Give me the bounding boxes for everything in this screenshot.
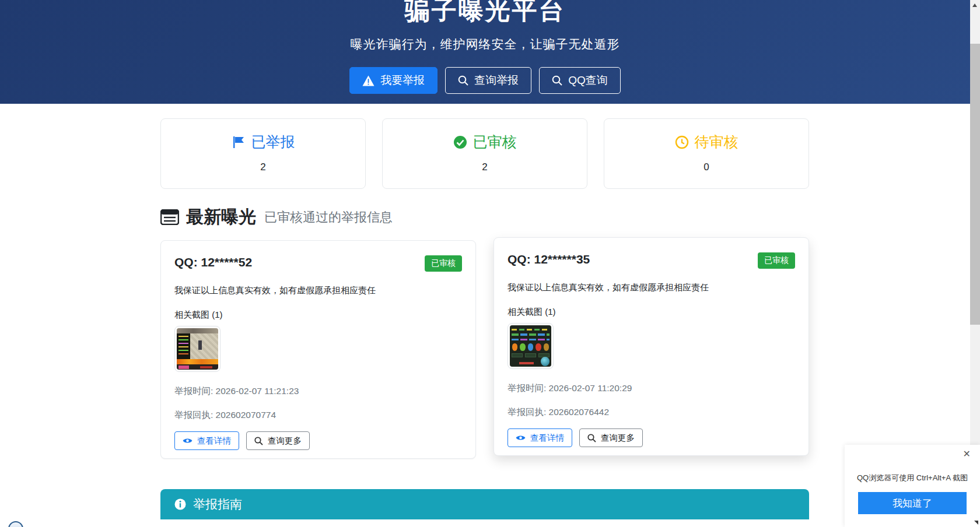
search-icon [458, 75, 468, 86]
report-screenshot-thumbnail[interactable] [508, 323, 554, 369]
report-qq-number: QQ: 12******35 [508, 252, 590, 266]
view-detail-label: 查看详情 [197, 435, 231, 447]
cursor-artifact [974, 521, 978, 525]
report-guide-header: 举报指南 [160, 489, 809, 519]
query-report-button[interactable]: 查询举报 [445, 67, 531, 94]
flag-icon [232, 135, 246, 149]
game-ui-screenshot [510, 325, 551, 367]
latest-section-subtitle: 已审核通过的举报信息 [264, 209, 393, 226]
stat-card-pending: 待审核 0 [604, 118, 809, 189]
warning-triangle-icon [362, 75, 374, 86]
view-detail-button[interactable]: 查看详情 [508, 428, 572, 447]
report-button[interactable]: 我要举报 [349, 67, 438, 94]
eye-icon [516, 434, 526, 441]
qq-query-button[interactable]: QQ查询 [539, 67, 621, 94]
report-guide-title: 举报指南 [193, 496, 242, 512]
floating-widget[interactable] [8, 521, 23, 527]
toast-message: QQ浏览器可使用 Ctrl+Alt+A 截图 [845, 473, 980, 483]
report-statement: 我保证以上信息真实有效，如有虚假愿承担相应责任 [508, 282, 795, 293]
screenshots-label: 相关截图 (1) [174, 310, 462, 321]
report-time: 举报时间: 2026-02-07 11:20:29 [508, 382, 795, 395]
game-screenshot [177, 328, 218, 370]
qq-query-button-label: QQ查询 [568, 73, 608, 88]
report-statement: 我保证以上信息真实有效，如有虚假愿承担相应责任 [174, 285, 462, 296]
list-icon [160, 209, 179, 225]
status-badge: 已审核 [758, 252, 795, 269]
scammer-exposure-page: 骗子曝光平台 曝光诈骗行为，维护网络安全，让骗子无处遁形 我要举报 查询举报 Q… [0, 0, 980, 527]
eye-icon [183, 437, 192, 444]
report-receipt: 举报回执: 202602076442 [508, 406, 795, 419]
scrollbar-thumb[interactable] [970, 44, 980, 325]
browser-screenshot-toast: ✕ QQ浏览器可使用 Ctrl+Alt+A 截图 我知道了 [845, 445, 980, 527]
query-more-button[interactable]: 查询更多 [579, 428, 643, 447]
report-qq-number: QQ: 12*****52 [174, 255, 252, 269]
search-icon [587, 434, 596, 442]
query-more-button[interactable]: 查询更多 [246, 431, 310, 450]
info-icon [174, 498, 186, 510]
clock-icon [675, 135, 689, 149]
report-card: QQ: 12*****52 已审核 我保证以上信息真实有效，如有虚假愿承担相应责… [160, 240, 476, 459]
report-screenshot-thumbnail[interactable] [174, 326, 220, 372]
stat-label: 已审核 [473, 132, 517, 152]
stat-label: 待审核 [695, 132, 738, 152]
stats-row: 已举报 2 已审核 2 待审核 0 [160, 118, 809, 189]
check-circle-icon [453, 135, 467, 149]
stat-value: 0 [604, 161, 808, 173]
search-icon [254, 437, 263, 445]
search-icon [552, 75, 562, 86]
hero-buttons: 我要举报 查询举报 QQ查询 [0, 67, 970, 94]
scroll-up-arrow-icon[interactable] [972, 3, 977, 7]
stat-label: 已举报 [251, 132, 295, 152]
view-detail-label: 查看详情 [530, 433, 564, 444]
query-report-button-label: 查询举报 [474, 73, 519, 88]
page-title: 骗子曝光平台 [0, 0, 970, 27]
hero-header: 骗子曝光平台 曝光诈骗行为，维护网络安全，让骗子无处遁形 我要举报 查询举报 Q… [0, 0, 970, 104]
close-icon[interactable]: ✕ [963, 449, 971, 459]
stat-card-reported: 已举报 2 [160, 118, 366, 189]
stat-value: 2 [161, 161, 365, 173]
query-more-label: 查询更多 [601, 433, 635, 444]
view-detail-button[interactable]: 查看详情 [174, 431, 239, 450]
latest-section-header: 最新曝光 已审核通过的举报信息 [160, 205, 393, 229]
screenshots-label: 相关截图 (1) [508, 307, 795, 318]
page-subtitle: 曝光诈骗行为，维护网络安全，让骗子无处遁形 [0, 36, 970, 52]
report-card: QQ: 12******35 已审核 我保证以上信息真实有效，如有虚假愿承担相应… [494, 237, 809, 456]
report-button-label: 我要举报 [380, 73, 425, 88]
query-more-label: 查询更多 [268, 435, 302, 447]
status-badge: 已审核 [425, 255, 462, 272]
stat-value: 2 [383, 161, 587, 173]
stat-card-reviewed: 已审核 2 [382, 118, 587, 189]
report-time: 举报时间: 2026-02-07 11:21:23 [174, 385, 462, 398]
latest-section-title: 最新曝光 [186, 205, 256, 229]
report-receipt: 举报回执: 202602070774 [174, 409, 462, 421]
toast-confirm-button[interactable]: 我知道了 [858, 492, 967, 514]
